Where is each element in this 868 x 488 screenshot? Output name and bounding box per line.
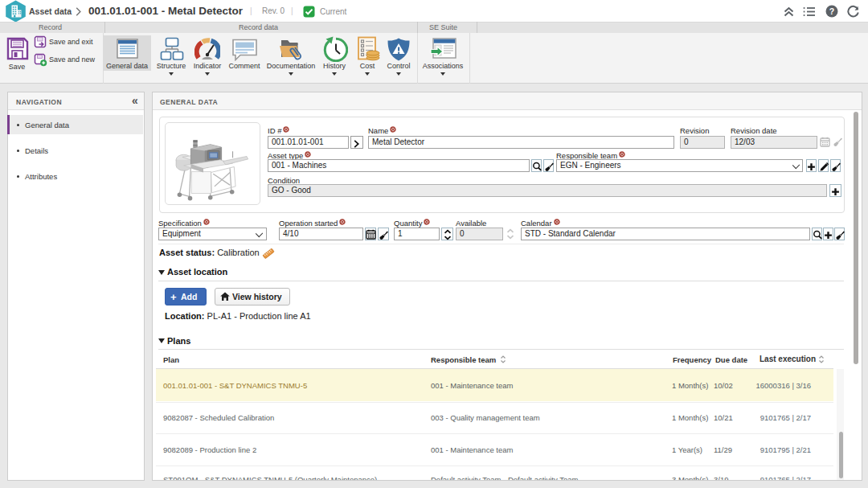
svg-text:?: ? — [829, 6, 834, 16]
